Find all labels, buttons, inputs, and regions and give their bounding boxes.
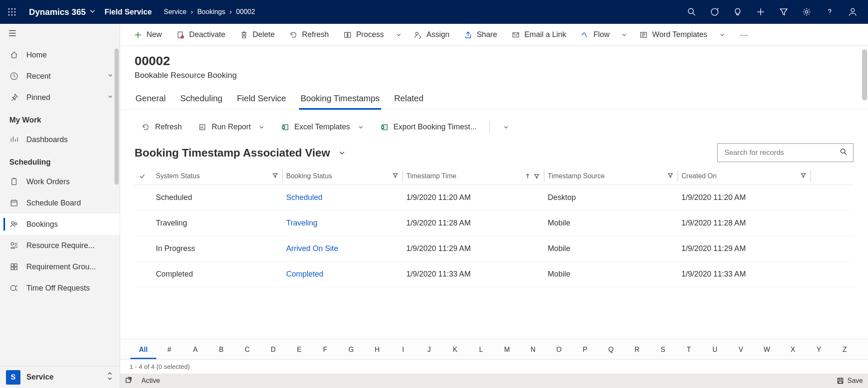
lightbulb-icon[interactable]: [727, 0, 749, 24]
tab-scheduling[interactable]: Scheduling: [179, 90, 223, 109]
alpha-q[interactable]: Q: [598, 343, 624, 359]
nav-requirement-groups[interactable]: Requirement Grou...: [0, 256, 120, 277]
select-all-checkbox[interactable]: [135, 173, 153, 180]
filter-icon[interactable]: [272, 172, 278, 180]
nav-home[interactable]: Home: [0, 44, 120, 66]
table-row[interactable]: In Progress Arrived On Site 1/9/2020 11:…: [135, 236, 854, 262]
chevron-down-icon[interactable]: [107, 93, 114, 102]
process-dropdown[interactable]: [392, 29, 405, 40]
breadcrumb-item[interactable]: Bookings: [197, 8, 225, 16]
runreport-button[interactable]: Run Report: [191, 120, 271, 134]
filter-icon[interactable]: [392, 172, 398, 180]
person-icon[interactable]: [842, 0, 864, 24]
alpha-n[interactable]: N: [520, 343, 546, 359]
col-created-on[interactable]: Created On: [681, 171, 814, 182]
emaillink-button[interactable]: Email a Link: [506, 28, 572, 42]
refresh-button[interactable]: Refresh: [283, 28, 335, 42]
lookup-link[interactable]: Arrived On Site: [286, 244, 338, 253]
alpha-e[interactable]: E: [286, 343, 312, 359]
export-button[interactable]: Export Booking Timest...: [373, 120, 483, 134]
filter-icon[interactable]: [667, 172, 673, 180]
alpha-o[interactable]: O: [546, 343, 572, 359]
tab-bookingtimestamps[interactable]: Booking Timestamps: [300, 90, 381, 109]
gear-icon[interactable]: [796, 0, 818, 24]
subgrid-more-dropdown[interactable]: [496, 121, 516, 133]
nav-timeoff[interactable]: Time Off Requests: [0, 277, 120, 299]
breadcrumb-item[interactable]: 00002: [236, 8, 255, 16]
brand-chevron-icon[interactable]: [89, 8, 104, 16]
popout-icon[interactable]: [125, 377, 132, 385]
scrollbar-thumb[interactable]: [862, 49, 867, 100]
deactivate-button[interactable]: Deactivate: [170, 28, 231, 42]
alpha-#[interactable]: #: [156, 343, 182, 359]
alpha-c[interactable]: C: [234, 343, 260, 359]
plus-icon[interactable]: [750, 0, 772, 24]
alpha-i[interactable]: I: [390, 343, 416, 359]
col-timestamp-source[interactable]: Timestamp Source: [548, 171, 681, 182]
subgrid-refresh-button[interactable]: Refresh: [135, 120, 189, 134]
area-switcher[interactable]: S Service: [0, 366, 120, 388]
alpha-m[interactable]: M: [494, 343, 520, 359]
alpha-x[interactable]: X: [780, 343, 806, 359]
alpha-b[interactable]: B: [208, 343, 234, 359]
search-icon[interactable]: [839, 148, 848, 158]
nav-bookings[interactable]: Bookings: [0, 214, 120, 235]
alpha-s[interactable]: S: [650, 343, 676, 359]
nav-recent[interactable]: Recent: [0, 66, 120, 87]
process-button[interactable]: Process: [337, 28, 390, 42]
lookup-link[interactable]: Traveling: [286, 219, 317, 227]
alpha-p[interactable]: P: [572, 343, 598, 359]
alpha-f[interactable]: F: [312, 343, 338, 359]
lookup-link[interactable]: Completed: [286, 270, 323, 278]
sort-asc-icon[interactable]: [525, 173, 540, 179]
alpha-d[interactable]: D: [260, 343, 286, 359]
table-row[interactable]: Scheduled Scheduled 1/9/2020 11:20 AM De…: [135, 185, 854, 211]
alpha-u[interactable]: U: [702, 343, 728, 359]
alpha-v[interactable]: V: [728, 343, 754, 359]
app-area-label[interactable]: Field Service: [104, 8, 164, 17]
brand-label[interactable]: Dynamics 365: [24, 7, 89, 17]
flow-button[interactable]: Flow: [575, 28, 615, 42]
search-input[interactable]: [724, 148, 839, 157]
alpha-k[interactable]: K: [442, 343, 468, 359]
alpha-g[interactable]: G: [338, 343, 364, 359]
alpha-y[interactable]: Y: [806, 343, 832, 359]
filter-icon[interactable]: [800, 172, 806, 180]
breadcrumb-item[interactable]: Service: [164, 8, 186, 16]
help-icon[interactable]: [819, 0, 841, 24]
task-icon[interactable]: [704, 0, 726, 24]
alpha-t[interactable]: T: [676, 343, 702, 359]
save-button[interactable]: Save: [836, 377, 863, 385]
table-row[interactable]: Traveling Traveling 1/9/2020 11:28 AM Mo…: [135, 211, 854, 236]
more-commands-button[interactable]: ⋯: [736, 27, 753, 43]
alpha-l[interactable]: L: [468, 343, 494, 359]
chevron-down-icon[interactable]: [107, 72, 114, 81]
nav-scheduleboard[interactable]: Schedule Board: [0, 192, 120, 214]
hamburger-icon[interactable]: [8, 29, 17, 40]
alpha-a[interactable]: A: [182, 343, 208, 359]
table-row[interactable]: Completed Completed 1/9/2020 11:33 AM Mo…: [135, 262, 854, 287]
alpha-j[interactable]: J: [416, 343, 442, 359]
nav-resource-requirements[interactable]: Resource Require...: [0, 235, 120, 256]
tab-general[interactable]: General: [135, 90, 167, 109]
view-selector[interactable]: Booking Timestamp Associated View: [135, 146, 346, 160]
lookup-link[interactable]: Scheduled: [286, 193, 322, 202]
wordtpl-dropdown[interactable]: [716, 29, 729, 40]
alpha-z[interactable]: Z: [832, 343, 858, 359]
nav-workorders[interactable]: Work Orders: [0, 171, 120, 192]
delete-button[interactable]: Delete: [234, 28, 281, 42]
col-booking-status[interactable]: Booking Status: [286, 171, 406, 182]
col-system-status[interactable]: System Status: [153, 171, 286, 182]
exceltpl-button[interactable]: Excel Templates: [274, 120, 371, 134]
alpha-all[interactable]: All: [130, 343, 156, 359]
tab-related[interactable]: Related: [393, 90, 424, 109]
col-timestamp-time[interactable]: Timestamp Time: [406, 171, 548, 182]
alpha-h[interactable]: H: [364, 343, 390, 359]
wordtpl-button[interactable]: Word Templates: [633, 28, 713, 42]
app-launcher-icon[interactable]: [0, 0, 24, 24]
alpha-r[interactable]: R: [624, 343, 650, 359]
nav-dashboards[interactable]: Dashboards: [0, 129, 120, 150]
scrollbar-thumb[interactable]: [115, 48, 119, 185]
assign-button[interactable]: Assign: [408, 28, 455, 42]
tab-fieldservice[interactable]: Field Service: [236, 90, 287, 109]
